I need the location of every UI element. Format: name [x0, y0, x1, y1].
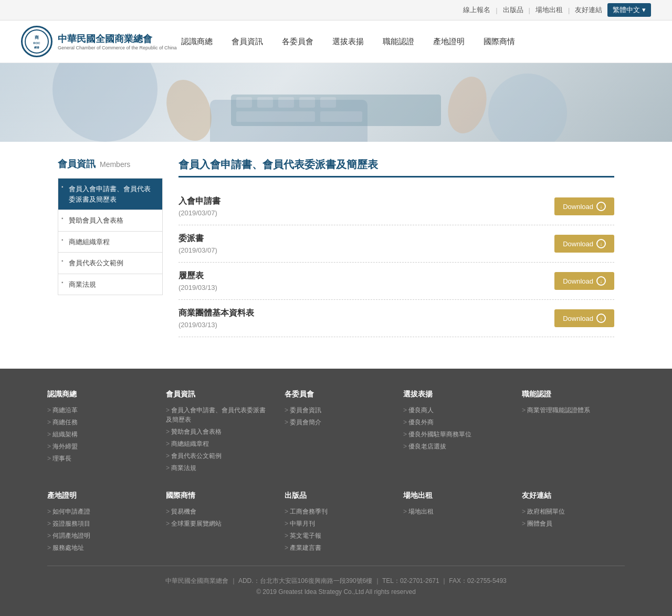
topbar-link-links[interactable]: 友好連結: [575, 5, 602, 15]
nav-link[interactable]: 產地證明: [429, 34, 469, 48]
sidebar-link-1[interactable]: 贊助會員入會表格: [58, 210, 162, 231]
footer-col4-links: 優良商人優良外商優良外國駐華商務單位優良老店選拔: [403, 405, 506, 451]
logo-zh: 中華民國全國商業總會: [58, 33, 177, 45]
footer-link[interactable]: 會員入會申請書、會員代表委派書及簡歷表: [166, 406, 266, 423]
svg-point-13: [442, 72, 492, 138]
footer-link[interactable]: 團體會員: [522, 520, 552, 527]
doc-item: 入會申請書(2019/03/07)Download↓: [178, 188, 614, 225]
footer-link[interactable]: 優良老店選拔: [403, 443, 446, 450]
footer-link[interactable]: 商業管理職能認證體系: [522, 406, 590, 414]
sidebar-menu-item: 商總組織章程: [58, 232, 162, 253]
banner-overlay: [0, 63, 672, 142]
footer-link-item: 海外締盟: [47, 442, 150, 451]
sidebar-link-4[interactable]: 商業法規: [58, 274, 162, 295]
footer-col-4: 選拔表揚 優良商人優良外商優良外國駐華商務單位優良老店選拔: [403, 390, 506, 475]
footer-link[interactable]: 產業建言書: [285, 544, 321, 551]
nav-item: 認識商總: [177, 37, 217, 47]
footer-col1-title: 認識商總: [47, 390, 150, 399]
footer-link-item: 商業法規: [166, 463, 269, 473]
footer-col10-links: 政府相關單位團體會員: [522, 507, 625, 528]
top-bar: 線上報名 | 出版品 | 場地出租 | 友好連結 繁體中文 ▾: [0, 0, 672, 20]
footer-col-3: 各委員會 委員會資訊委員會簡介: [285, 390, 387, 475]
download-button-2[interactable]: Download↓: [554, 272, 614, 290]
footer-link[interactable]: 會員代表公文範例: [166, 452, 222, 460]
svg-rect-10: [236, 111, 315, 122]
footer-col-5: 職能認證 商業管理職能認證體系: [522, 390, 625, 475]
sidebar-link-3[interactable]: 會員代表公文範例: [58, 253, 162, 274]
download-label: Download: [563, 240, 593, 248]
footer-col-8: 出版品 工商會務季刊中華月刊英文電子報產業建言書: [285, 491, 387, 555]
footer-link[interactable]: 工商會務季刊: [285, 508, 328, 515]
footer-link[interactable]: 贊助會員入會表格: [166, 428, 222, 435]
footer: 認識商總 商總沿革商總任務組織架構海外締盟理事長 會員資訊 會員入會申請書、會員…: [0, 369, 672, 616]
svg-text:商: 商: [35, 35, 39, 40]
footer-link[interactable]: 場地出租: [403, 508, 434, 515]
download-label: Download: [563, 203, 593, 211]
footer-link[interactable]: 海外締盟: [47, 443, 78, 450]
nav-link[interactable]: 會員資訊: [227, 34, 267, 48]
doc-info: 商業團體基本資料表(2019/03/13): [178, 308, 254, 329]
footer-link[interactable]: 中華月刊: [285, 520, 315, 527]
footer-link[interactable]: 商總組織章程: [166, 440, 209, 447]
nav-link[interactable]: 各委員會: [278, 34, 318, 48]
nav-item: 各委員會: [278, 37, 318, 47]
download-button-3[interactable]: Download↓: [554, 309, 614, 327]
logo-text: 中華民國全國商業總會 General Chamber of Commerce o…: [58, 33, 177, 50]
doc-date: (2019/03/07): [178, 209, 220, 217]
footer-link[interactable]: 委員會資訊: [285, 406, 321, 414]
doc-name: 商業團體基本資料表: [178, 308, 254, 319]
footer-link[interactable]: 英文電子報: [285, 532, 321, 539]
nav-link[interactable]: 國際商情: [479, 34, 519, 48]
footer-link[interactable]: 商業法規: [166, 464, 196, 472]
footer-link[interactable]: 政府相關單位: [522, 508, 565, 515]
footer-col2-title: 會員資訊: [166, 390, 269, 399]
download-label: Download: [563, 315, 593, 322]
footer-link-item: 組織架構: [47, 430, 150, 439]
nav-link[interactable]: 認識商總: [177, 34, 217, 48]
footer-link[interactable]: 全球重要展覽網站: [166, 520, 222, 527]
footer-col10-title: 友好連結: [522, 491, 625, 500]
footer-link[interactable]: 組織架構: [47, 431, 78, 438]
doc-list: 入會申請書(2019/03/07)Download↓委派書(2019/03/07…: [178, 188, 614, 337]
footer-col5-links: 商業管理職能認證體系: [522, 405, 625, 415]
footer-link[interactable]: 貿易機會: [166, 508, 196, 515]
sidebar-link-2[interactable]: 商總組織章程: [58, 232, 162, 253]
header: 商 ROC 總會 中華民國全國商業總會 General Chamber of C…: [0, 20, 672, 63]
lang-select-button[interactable]: 繁體中文 ▾: [607, 3, 651, 17]
nav-link[interactable]: 選拔表揚: [328, 34, 368, 48]
footer-link[interactable]: 優良商人: [403, 406, 434, 414]
footer-link-item: 會員代表公文範例: [166, 451, 269, 461]
footer-col-2: 會員資訊 會員入會申請書、會員代表委派書及簡歷表贊助會員入會表格商總組織章程會員…: [166, 390, 269, 475]
footer-link[interactable]: 何謂產地證明: [47, 532, 90, 539]
nav-item: 國際商情: [479, 37, 519, 47]
doc-date: (2019/03/13): [178, 321, 254, 329]
footer-link[interactable]: 委員會簡介: [285, 419, 321, 426]
sidebar-title: 會員資訊 Members: [58, 158, 163, 170]
footer-link[interactable]: 如何申請產證: [47, 508, 90, 515]
svg-rect-7: [278, 97, 294, 108]
sidebar-link-0[interactable]: 會員入會申請書、會員代表委派書及簡歷表: [58, 179, 162, 210]
footer-link[interactable]: 優良外商: [403, 419, 434, 426]
footer-link[interactable]: 商總任務: [47, 419, 78, 426]
footer-link[interactable]: 理事長: [47, 455, 71, 462]
footer-org: 中華民國全國商業總會 ｜ ADD.：台北市大安區106復興南路一段390號6樓 …: [47, 577, 625, 586]
topbar-link-venue[interactable]: 場地出租: [536, 5, 563, 15]
download-button-0[interactable]: Download↓: [554, 197, 614, 215]
footer-link-item: 全球重要展覽網站: [166, 519, 269, 528]
download-button-1[interactable]: Download↓: [554, 235, 614, 253]
footer-link-item: 場地出租: [403, 507, 506, 516]
footer-col2-links: 會員入會申請書、會員代表委派書及簡歷表贊助會員入會表格商總組織章程會員代表公文範…: [166, 405, 269, 473]
content-title: 會員入會申請書、會員代表委派書及簡歷表: [178, 158, 614, 178]
footer-link[interactable]: 優良外國駐華商務單位: [403, 431, 471, 438]
nav-link[interactable]: 職能認證: [379, 34, 418, 48]
footer-link-item: 會員入會申請書、會員代表委派書及簡歷表: [166, 405, 269, 424]
download-icon: ↓: [596, 202, 606, 211]
topbar-link-online-reg[interactable]: 線上報名: [463, 5, 490, 15]
footer-link[interactable]: 商總沿革: [47, 406, 78, 414]
topbar-link-publications[interactable]: 出版品: [503, 5, 523, 15]
nav-item: 會員資訊: [227, 37, 267, 47]
logo-en: General Chamber of Commerce of the Repub…: [58, 45, 177, 50]
footer-link[interactable]: 簽證服務項目: [47, 520, 90, 527]
footer-link-item: 優良商人: [403, 405, 506, 415]
footer-link[interactable]: 服務處地址: [47, 544, 84, 551]
